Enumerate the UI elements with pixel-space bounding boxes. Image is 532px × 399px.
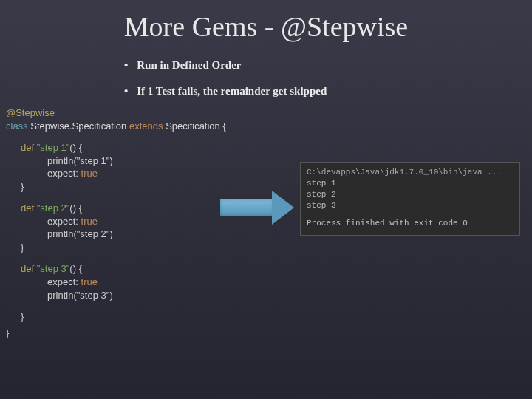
kw-def: def (21, 263, 34, 274)
parens: () { (69, 142, 82, 153)
println: println("step 1") (47, 155, 113, 166)
bullet-list: Run in Defined Order If 1 Test fails, th… (124, 59, 532, 98)
brace-close: } (21, 242, 24, 253)
brace-close: } (6, 327, 9, 338)
console-output: C:\devapps\Java\jdk1.7.0_10\bin\java ...… (300, 162, 520, 236)
console-line: step 1 (307, 178, 514, 189)
class-name-text: Stepwise.Specification (30, 120, 126, 132)
parens: () { (69, 263, 82, 274)
console-path: C:\devapps\Java\jdk1.7.0_10\bin\java ... (307, 167, 514, 178)
method-name-text: "step 3" (37, 263, 70, 274)
kw-true: true (81, 168, 98, 179)
kw-true: true (81, 216, 98, 227)
parens: () { (69, 202, 82, 214)
println: println("step 2") (47, 228, 113, 239)
extends-name-text: Specification (166, 120, 220, 132)
bullet-item: Run in Defined Order (124, 59, 532, 72)
console-line: step 3 (307, 200, 514, 211)
code-annotation: @Stepwise (6, 107, 55, 118)
expect-label: expect: (47, 216, 78, 227)
kw-extends-text: extends (129, 120, 163, 132)
method-block: def "step 3"() { expect: true println("s… (21, 262, 532, 323)
brace-close: } (21, 181, 24, 192)
arrow-icon (220, 191, 294, 225)
expect-label: expect: (47, 168, 78, 179)
kw-class: class (6, 120, 28, 132)
console-exit: Process finished with exit code 0 (307, 218, 514, 229)
bullet-item: If 1 Test fails, the remainder get skipp… (124, 85, 532, 98)
method-name-text: "step 1" (37, 142, 70, 153)
console-line: step 2 (307, 189, 514, 200)
println: println("step 3") (47, 290, 113, 301)
method-name-text: "step 2" (37, 202, 70, 214)
kw-def: def (21, 142, 34, 153)
kw-true: true (81, 276, 98, 287)
kw-def: def (21, 202, 34, 214)
expect-label: expect: (47, 276, 78, 287)
brace-open: { (222, 120, 225, 132)
slide-title: More Gems - @Stepwise (0, 0, 532, 43)
brace-close: } (21, 311, 24, 322)
